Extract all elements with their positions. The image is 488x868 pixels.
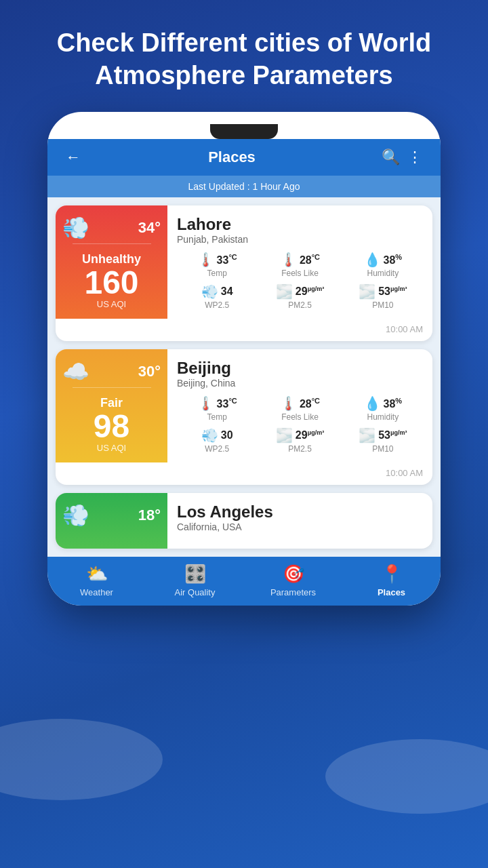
nav-places[interactable]: 📍 Places	[342, 564, 441, 597]
stats-grid-lahore: 🌡️ 33°C Temp 🌡️ 28°C Feels Like	[177, 252, 423, 310]
stat-wp25-lahore: 💨 34 WP2.5	[177, 283, 257, 310]
stat-humidity-lahore: 💧 38% Humidity	[343, 252, 423, 278]
hero-title: Check Different cities of World Atmosphe…	[0, 0, 488, 112]
city-card-lahore[interactable]: 💨 34° Unhealthy 160 US AQI Lahore Punjab…	[56, 205, 432, 341]
stat-pm25-lahore: 🌫️ 29μg/m³ PM2.5	[260, 283, 340, 310]
feels-icon-beijing: 🌡️	[280, 395, 297, 412]
stats-grid-beijing: 🌡️ 33°C Temp 🌡️ 28°C Feels Like	[177, 395, 423, 454]
more-options-icon[interactable]: ⋮	[403, 149, 427, 166]
stat-pm10-beijing: 🌫️ 53μg/m³ PM10	[343, 427, 423, 454]
nav-air-quality[interactable]: 🎛️ Air Quality	[146, 564, 244, 597]
temp-los-angeles: 18°	[138, 507, 161, 524]
city-name-los-angeles: Los Angeles	[177, 502, 423, 521]
temp-lahore: 34°	[138, 219, 161, 237]
aqi-unit-lahore: US AQI	[97, 299, 126, 309]
pm10-icon-lahore: 🌫️	[359, 283, 375, 300]
places-nav-icon: 📍	[381, 564, 403, 585]
stat-temp-val-lahore: 33°C	[217, 253, 237, 267]
stat-humidity-val-beijing: 38%	[384, 397, 403, 410]
stat-pm10-label-beijing: PM10	[372, 444, 393, 454]
temp-icon-beijing: 🌡️	[197, 395, 214, 412]
pm10-icon-beijing: 🌫️	[359, 427, 375, 443]
stat-humidity-label-beijing: Humidity	[367, 412, 399, 422]
timestamp-lahore: 10:00 AM	[56, 319, 432, 341]
wp25-icon-lahore: 💨	[201, 283, 218, 300]
nav-weather[interactable]: ⛅ Weather	[47, 564, 146, 597]
city-name-lahore: Lahore	[177, 215, 423, 234]
city-name-beijing: Beijing	[177, 359, 423, 378]
temp-icon-lahore: 🌡️	[197, 252, 214, 268]
stat-feels-lahore: 🌡️ 28°C Feels Like	[260, 252, 340, 278]
stat-wp25-beijing: 💨 30 WP2.5	[177, 427, 257, 454]
phone-notch	[210, 124, 278, 139]
phone-mockup: ← Places 🔍 ⋮ Last Updated : 1 Hour Ago 💨…	[47, 112, 441, 606]
app-content: 💨 34° Unhealthy 160 US AQI Lahore Punjab…	[47, 197, 441, 557]
stat-humidity-val-lahore: 38%	[384, 253, 403, 267]
aqi-unit-beijing: US AQI	[97, 443, 126, 453]
stat-wp25-label-lahore: WP2.5	[205, 300, 229, 310]
card-left-beijing: ☁️ 30° Fair 98 US AQI	[56, 349, 167, 462]
stat-temp-beijing: 🌡️ 33°C Temp	[177, 395, 257, 422]
stat-pm25-val-lahore: 29μg/m³	[296, 285, 324, 298]
city-region-los-angeles: California, USA	[177, 521, 423, 532]
city-card-beijing[interactable]: ☁️ 30° Fair 98 US AQI Beijing Beijing, C…	[56, 349, 432, 485]
weather-icon-los-angeles: 💨	[62, 502, 89, 528]
aqi-value-beijing: 98	[94, 410, 129, 443]
stat-humidity-beijing: 💧 38% Humidity	[343, 395, 423, 422]
stat-pm10-val-lahore: 53μg/m³	[378, 285, 407, 298]
stat-pm25-label-lahore: PM2.5	[288, 300, 312, 310]
stat-pm25-beijing: 🌫️ 29μg/m³ PM2.5	[260, 427, 340, 454]
stat-feels-label-beijing: Feels Like	[281, 412, 319, 422]
update-bar: Last Updated : 1 Hour Ago	[47, 176, 441, 197]
stat-pm25-val-beijing: 29μg/m³	[296, 429, 324, 441]
nav-parameters[interactable]: 🎯 Parameters	[244, 564, 342, 597]
timestamp-beijing: 10:00 AM	[56, 462, 432, 485]
city-card-los-angeles[interactable]: 💨 18° Los Angeles California, USA	[56, 493, 432, 549]
stat-temp-lahore: 🌡️ 33°C Temp	[177, 252, 257, 278]
bottom-nav: ⛅ Weather 🎛️ Air Quality 🎯 Parameters 📍 …	[47, 557, 441, 606]
card-right-beijing: Beijing Beijing, China 🌡️ 33°C Temp	[167, 349, 432, 462]
weather-nav-label: Weather	[80, 587, 113, 597]
stat-humidity-label-lahore: Humidity	[367, 269, 399, 278]
stat-wp25-val-beijing: 30	[221, 429, 233, 441]
stat-pm10-lahore: 🌫️ 53μg/m³ PM10	[343, 283, 423, 310]
bg-cloud-left	[0, 719, 163, 800]
weather-icon-lahore: 💨	[62, 215, 89, 241]
parameters-nav-label: Parameters	[270, 587, 316, 597]
pm25-icon-beijing: 🌫️	[276, 427, 293, 443]
bg-cloud-right	[325, 739, 488, 814]
card-right-lahore: Lahore Punjab, Pakistan 🌡️ 33°C Temp	[167, 205, 432, 319]
card-left-lahore: 💨 34° Unhealthy 160 US AQI	[56, 205, 167, 319]
stat-pm10-label-lahore: PM10	[372, 300, 393, 310]
stat-feels-val-lahore: 28°C	[300, 253, 320, 267]
stat-wp25-val-lahore: 34	[221, 285, 233, 298]
card-right-los-angeles: Los Angeles California, USA	[167, 493, 432, 549]
humidity-icon-lahore: 💧	[364, 252, 381, 268]
stat-temp-label-lahore: Temp	[207, 269, 226, 278]
parameters-nav-icon: 🎯	[283, 564, 304, 585]
app-header: ← Places 🔍 ⋮	[47, 139, 441, 176]
stat-temp-label-beijing: Temp	[207, 412, 226, 422]
stat-feels-label-lahore: Feels Like	[281, 269, 319, 278]
city-region-lahore: Punjab, Pakistan	[177, 234, 423, 245]
city-region-beijing: Beijing, China	[177, 378, 423, 389]
pm25-icon-lahore: 🌫️	[276, 283, 293, 300]
stat-pm25-label-beijing: PM2.5	[288, 444, 312, 454]
stat-feels-val-beijing: 28°C	[300, 397, 320, 410]
stat-feels-beijing: 🌡️ 28°C Feels Like	[260, 395, 340, 422]
weather-nav-icon: ⛅	[86, 564, 108, 585]
temp-beijing: 30°	[138, 363, 161, 380]
wp25-icon-beijing: 💨	[201, 427, 218, 443]
back-button[interactable]: ←	[61, 149, 85, 166]
search-icon[interactable]: 🔍	[378, 149, 403, 166]
places-nav-label: Places	[378, 587, 405, 597]
stat-wp25-label-beijing: WP2.5	[205, 444, 229, 454]
weather-icon-beijing: ☁️	[62, 359, 89, 384]
stat-pm10-val-beijing: 53μg/m³	[378, 429, 407, 441]
stat-temp-val-beijing: 33°C	[217, 397, 237, 410]
air-quality-nav-icon: 🎛️	[184, 564, 206, 585]
feels-icon-lahore: 🌡️	[280, 252, 297, 268]
header-title: Places	[85, 149, 378, 166]
card-left-los-angeles: 💨 18°	[56, 493, 167, 549]
humidity-icon-beijing: 💧	[364, 395, 381, 412]
